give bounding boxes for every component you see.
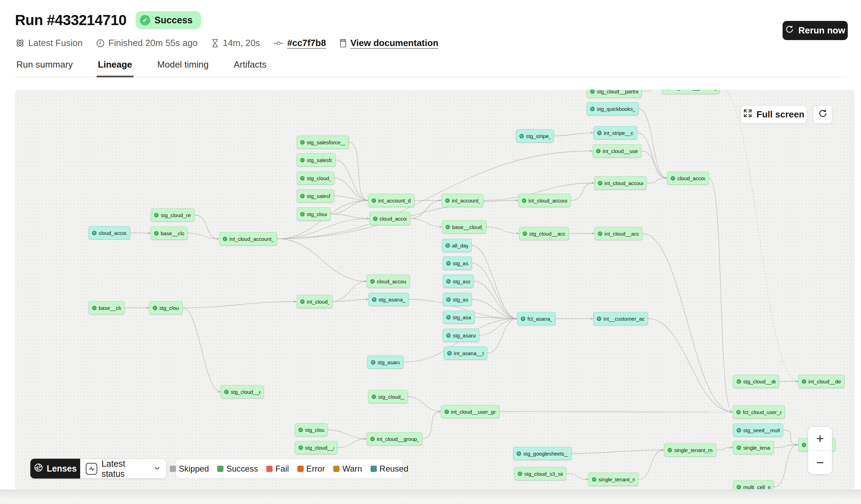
node-seed_multi[interactable]: ↻stg_seed__multireg… bbox=[733, 423, 783, 437]
node-acct_domain[interactable]: ✓int_account_domain… bbox=[368, 194, 414, 207]
node-cloud_group[interactable]: ✓stg_cloud__group… bbox=[295, 441, 337, 454]
node-st_single[interactable]: ✓single_tenant_… bbox=[733, 441, 774, 454]
node-asana3[interactable]: ↻stg_asana… bbox=[443, 293, 472, 306]
tab-lineage[interactable]: Lineage bbox=[97, 56, 134, 77]
node-success-icon: ✓ bbox=[153, 306, 157, 310]
node-asana2[interactable]: ↻stg_asana_… bbox=[443, 275, 474, 288]
node-asana_tas[interactable]: ↻stg_asana__tas… bbox=[368, 293, 409, 306]
node-user_group[interactable]: ✓int_cloud__user_group… bbox=[441, 405, 500, 418]
node-all_days[interactable]: ↻all_days bbox=[442, 239, 472, 252]
node-stg_cloud_l[interactable]: ✓stg_cloud__… bbox=[149, 301, 183, 314]
node-reused-icon: ↻ bbox=[590, 107, 595, 111]
node-cloud_acct_mid[interactable]: ✓cloud_account… bbox=[367, 275, 410, 288]
legend-label: Warn bbox=[342, 464, 362, 474]
node-sf_2[interactable]: ✓stg_salesforce… bbox=[297, 189, 334, 203]
node-cloud_email[interactable]: ✓stg_cloud__email… bbox=[221, 385, 264, 398]
node-base_clou[interactable]: ✓base__clou… bbox=[89, 301, 124, 314]
node-cloud_us_b[interactable]: ✓stg_cloud__us… bbox=[368, 390, 408, 403]
legend-swatch bbox=[333, 466, 340, 472]
zoom-in-button[interactable]: + bbox=[808, 427, 832, 450]
node-asana_low[interactable]: ↻stg_asana__… bbox=[367, 356, 403, 369]
node-label: stg_stripe__c… bbox=[526, 133, 550, 139]
node-cloud_us1[interactable]: ✓stg_cloud__us… bbox=[297, 171, 334, 185]
node-reused-icon: ↻ bbox=[446, 333, 451, 338]
view-documentation-link[interactable]: View documentation bbox=[350, 38, 438, 48]
node-user_ac[interactable]: ✓int_cloud__user_ac… bbox=[593, 144, 641, 158]
node-st_map[interactable]: ✓single_tenant_map… bbox=[588, 473, 638, 486]
node-label: int_cloud__user_ac… bbox=[603, 148, 638, 154]
node-label: single_tenant_… bbox=[743, 445, 770, 451]
legend-label: Reused bbox=[380, 464, 409, 474]
node-cloud_accts[interactable]: ✓cloud_accounts_… bbox=[369, 212, 410, 225]
lens-selector[interactable]: Latest status bbox=[80, 459, 167, 479]
node-sf_1[interactable]: ✓stg_salesforce_… bbox=[297, 153, 336, 167]
node-stripe_int[interactable]: ↻int_stripe__custo… bbox=[594, 126, 637, 139]
node-gsheets[interactable]: ↻stg_googlesheets__sin… bbox=[513, 447, 572, 460]
node-quickbooks[interactable]: ↻stg_quickbooks__a… bbox=[587, 102, 639, 115]
node-st_mapp[interactable]: ✓single_tenant_mapp… bbox=[664, 443, 716, 457]
node-cloud_b[interactable]: ✓stg_cloud_… bbox=[295, 423, 328, 436]
node-partner_int[interactable]: ✓int_cloud__partner_con… bbox=[662, 90, 720, 94]
node-success-icon: ✓ bbox=[373, 216, 378, 221]
rerun-now-button[interactable]: Rerun now bbox=[783, 21, 848, 40]
node-reused-icon: ↻ bbox=[517, 451, 521, 456]
node-sf_cloud[interactable]: ✓stg_salesforce__cloud_… bbox=[297, 136, 349, 149]
fullscreen-button[interactable]: Full screen bbox=[741, 105, 807, 124]
node-cloud_accoun_r[interactable]: ✓int_cloud__accoun… bbox=[594, 227, 642, 240]
status-legend: SkippedSuccessFailErrorWarnReused bbox=[175, 459, 403, 479]
node-devel_int[interactable]: ✓int_cloud__devel… bbox=[798, 375, 845, 388]
node-acct_ma_r[interactable]: ✓int_cloud_account_ma… bbox=[594, 176, 647, 190]
node-base_cloud_acco[interactable]: ✓base__cloud_acco… bbox=[442, 220, 487, 234]
finished-label: Finished 20m 55s ago bbox=[108, 38, 198, 48]
node-stripe_stg[interactable]: ↻stg_stripe__c… bbox=[516, 129, 554, 143]
node-s3_singl[interactable]: ✓stg_cloud_s3_singl… bbox=[514, 467, 566, 480]
node-label: stg_cloud__partner_c… bbox=[597, 90, 638, 94]
node-label: stg_asana… bbox=[453, 260, 468, 266]
node-cloud_l2[interactable]: ✓stg_cloud__… bbox=[297, 207, 330, 221]
node-success-icon: ✓ bbox=[598, 181, 602, 185]
node-int_customer[interactable]: ↻int__customer_account… bbox=[593, 312, 648, 325]
legend-label: Fail bbox=[275, 464, 289, 474]
node-cloud_accounts_r[interactable]: ✓stg_cloud__accounts… bbox=[519, 227, 569, 240]
node-fct_asana[interactable]: ↻fct_asana_proj… bbox=[517, 312, 556, 325]
node-int_cloud_us[interactable]: ✓int_cloud__us… bbox=[297, 295, 333, 308]
meta-duration: 14m, 20s bbox=[211, 38, 260, 48]
node-group_per[interactable]: ✓int_cloud__group_per… bbox=[367, 432, 422, 445]
zoom-out-button[interactable]: − bbox=[808, 451, 832, 474]
tab-model-timing[interactable]: Model timing bbox=[156, 56, 210, 77]
node-base_cloud[interactable]: ✓base__cloud_… bbox=[151, 227, 188, 240]
canvas-refresh-button[interactable] bbox=[813, 105, 832, 124]
node-label: stg_asana__… bbox=[453, 314, 471, 320]
node-region[interactable]: ✓stg_cloud_region… bbox=[151, 208, 195, 222]
commit-link[interactable]: #cc7f7b8 bbox=[287, 38, 326, 48]
lens-selector-label: Latest status bbox=[101, 459, 150, 479]
tab-run-summary[interactable]: Run summary bbox=[15, 56, 74, 77]
node-asana5[interactable]: ↻stg_asana__pr… bbox=[443, 329, 479, 342]
node-asana_task[interactable]: ↻int_asana__task_s… bbox=[444, 346, 487, 360]
node-asana1[interactable]: ↻stg_asana… bbox=[443, 257, 472, 270]
node-success-icon: ✓ bbox=[300, 158, 305, 162]
node-icam[interactable]: ✓int_cloud_account__m… bbox=[219, 232, 277, 245]
node-label: stg_cloud_region… bbox=[161, 212, 191, 218]
tab-artifacts[interactable]: Artifacts bbox=[232, 56, 268, 77]
node-success-icon: ✓ bbox=[518, 472, 522, 476]
rerun-refresh-icon bbox=[785, 25, 794, 36]
node-success-icon: ✓ bbox=[372, 395, 376, 399]
node-acct_dom[interactable]: ✓int_account_dom… bbox=[442, 194, 483, 207]
node-cloud_acct_r[interactable]: ✓cloud_account… bbox=[667, 171, 709, 185]
duration-label: 14m, 20s bbox=[223, 38, 260, 48]
node-label: int_account_domain… bbox=[378, 198, 411, 204]
node-acct_ma_l[interactable]: ✓int_cloud_account_ma… bbox=[518, 194, 571, 207]
node-asana4[interactable]: ↻stg_asana__… bbox=[443, 311, 475, 324]
node-partner_stg[interactable]: ✓stg_cloud__partner_c… bbox=[587, 90, 642, 98]
lenses-button[interactable]: Lenses bbox=[30, 459, 80, 479]
lineage-canvas[interactable]: ↻cloud_account…✓stg_cloud_region…✓base__… bbox=[15, 90, 855, 489]
legend-item-success: Success bbox=[217, 464, 258, 474]
node-multi_cell[interactable]: ✓multi_cell_m… bbox=[733, 480, 774, 489]
node-ca_left[interactable]: ↻cloud_account… bbox=[89, 226, 130, 239]
node-fct_user[interactable]: ✓fct_cloud_user_acc… bbox=[733, 405, 785, 419]
node-label: stg_salesforce__cloud_… bbox=[307, 139, 345, 145]
node-devel_stg[interactable]: ✓stg_cloud__devel… bbox=[733, 375, 779, 388]
node-label: stg_cloud__… bbox=[159, 305, 179, 311]
node-success-icon: ✓ bbox=[300, 299, 305, 304]
